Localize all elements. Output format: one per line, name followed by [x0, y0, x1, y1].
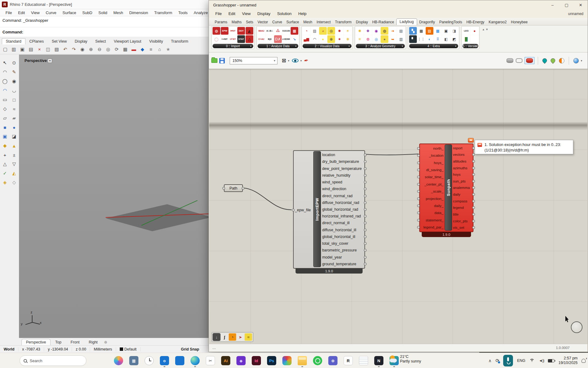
toolbar-tab-visibility[interactable]: Visibility [145, 38, 167, 44]
panel-input-nub[interactable] [222, 187, 225, 190]
rhino-side-tool-icon[interactable]: ▰ [10, 114, 18, 122]
taskbar-clock[interactable]: 2:57 pm 19/10/2025 [558, 356, 578, 365]
output-direct-normal-rad[interactable]: direct_normal_rad [322, 192, 364, 199]
menu-item-solid[interactable]: Solid [95, 10, 110, 15]
output-global-horizontal-rad[interactable]: global_horizontal_rad [322, 206, 364, 213]
ladybug-tool-icon[interactable]: ◧ [442, 35, 450, 43]
output-model-year[interactable]: model_year [322, 254, 364, 261]
output-nub[interactable] [364, 263, 367, 265]
ladybug-tool-icon[interactable]: ● [471, 27, 478, 35]
rhino-tool-icon[interactable]: ▣ [18, 45, 26, 53]
file-explorer-icon[interactable] [298, 356, 307, 365]
tab-sets[interactable]: Sets [244, 19, 255, 25]
chevron-down-icon[interactable]: ▾ [402, 45, 403, 48]
input-statement[interactable]: statement_ [420, 217, 444, 224]
chevron-down-icon[interactable]: ▾ [349, 45, 350, 48]
ladybug-tool-icon[interactable]: ✹ [336, 27, 343, 35]
rhino-side-tool-icon[interactable]: ± [10, 151, 18, 159]
ladybug-tool-icon[interactable]: ✳ [356, 35, 364, 43]
copilot-icon[interactable] [114, 356, 123, 365]
ladybug-tool-icon[interactable]: EPW [221, 27, 228, 35]
display-sphere-icon[interactable] [573, 58, 579, 63]
output-nub[interactable] [472, 220, 475, 222]
toolbar-overflow-arrows[interactable]: ▲ ▼ [482, 26, 488, 31]
ladybug-tool-icon[interactable]: ▘ [409, 35, 417, 43]
rhino-tool-icon[interactable]: ⟳ [113, 45, 121, 53]
snipping-tool-icon[interactable]: ✂ [206, 356, 215, 365]
ladybug-tool-icon[interactable]: C+A2 [258, 35, 265, 43]
output-vis-set[interactable]: vis_set [453, 224, 473, 231]
menu-item-dimension[interactable]: Dimension [126, 10, 151, 15]
rhino-side-tool-icon[interactable]: □ [10, 96, 18, 104]
output-title[interactable]: title [453, 211, 473, 218]
microphone-button[interactable] [503, 355, 513, 366]
rhino-side-tool-icon[interactable]: ■ [1, 123, 9, 131]
ladybug-tool-icon[interactable]: ▤ [397, 27, 405, 35]
rhino-tool-icon[interactable]: ▤ [27, 45, 35, 53]
output-nub[interactable] [364, 174, 367, 177]
output-nub[interactable] [364, 235, 367, 238]
output-dew-point-temperature[interactable]: dew_point_temperature [322, 165, 364, 172]
menu-item-help[interactable]: Help [295, 11, 310, 16]
tab-honeybee[interactable]: Honeybee [509, 19, 530, 25]
output-hoys[interactable]: hoys [453, 171, 473, 178]
toolbar-group-label[interactable]: 1 :: Analyze Data▾ [258, 44, 298, 48]
open-file-icon[interactable] [211, 58, 217, 63]
pin-teal-icon[interactable] [541, 57, 548, 64]
menu-item-transform[interactable]: Transform [151, 10, 175, 15]
input-north[interactable]: north_ [420, 145, 444, 152]
output-nub[interactable] [472, 206, 475, 209]
tab-intersect[interactable]: Intersect [315, 19, 333, 25]
preview-eye-icon[interactable] [292, 59, 299, 63]
indesign-icon[interactable]: Id [252, 356, 261, 365]
rhino-side-tool-icon[interactable]: ↖ [1, 59, 9, 67]
chevron-down-icon[interactable]: ▾ [581, 59, 582, 62]
ladybug-tool-icon[interactable]: ▦ [291, 27, 298, 35]
output-nub[interactable] [472, 193, 475, 196]
microsoft-store-icon[interactable] [175, 356, 184, 365]
rhino-side-tool-icon[interactable]: ◆ [1, 142, 9, 150]
ladybug-tool-icon[interactable]: ✿ [364, 35, 372, 43]
output-altitudes[interactable]: altitudes [453, 158, 473, 165]
menu-item-surface[interactable]: Surface [59, 10, 79, 15]
language-indicator[interactable]: ENG [517, 358, 525, 363]
ladybug-tool-icon[interactable]: △ [246, 35, 253, 43]
output-wind-speed[interactable]: wind_speed [322, 179, 364, 186]
rhino-tool-icon[interactable]: ★ [164, 45, 172, 53]
illustrator-icon[interactable]: Ai [221, 356, 230, 365]
ladybug-tool-icon[interactable]: ➔ [389, 27, 397, 35]
output-nub[interactable] [364, 228, 367, 231]
ladybug-tool-icon[interactable]: ▨ [311, 27, 318, 35]
toolbar-group-label[interactable]: 2 :: Visualize Data▾ [303, 44, 352, 48]
calculator-icon[interactable]: ▦ [129, 356, 138, 365]
sunpath-name-bar[interactable]: Sunpath [445, 144, 452, 231]
viewport-tab-top[interactable]: Top [51, 339, 66, 345]
rhino-side-tool-icon[interactable]: ≈ [10, 105, 18, 113]
ladybug-tool-icon[interactable]: ✷ [336, 35, 343, 43]
input-nub[interactable] [417, 161, 420, 164]
output-nub[interactable] [364, 242, 367, 245]
input-nub[interactable] [417, 197, 420, 200]
output-nub[interactable] [364, 249, 367, 252]
input-nub[interactable] [417, 212, 420, 214]
output-legend[interactable]: legend [453, 205, 473, 211]
rhino-side-tool-icon[interactable]: ◇ [1, 105, 9, 113]
tab-transform[interactable]: Transform [333, 19, 354, 25]
ladybug-tool-icon[interactable]: LEG [462, 27, 470, 35]
ladybug-tool-icon[interactable]: ◩ [450, 35, 458, 43]
ladybug-tool-icon[interactable]: ◍ [381, 27, 388, 35]
rhino-side-tool-icon[interactable]: ▭ [1, 96, 9, 104]
rhino-tool-icon[interactable]: ◆ [138, 45, 146, 53]
ladybug-tool-icon[interactable]: ◭ [246, 27, 253, 35]
profiler-widget[interactable]: ↓ [213, 333, 220, 341]
notification-bell-icon[interactable] [582, 359, 586, 363]
input-daily[interactable]: daily_ [420, 202, 444, 209]
ladybug-tool-icon[interactable]: A∴B∴ [266, 27, 273, 35]
tab-display[interactable]: Display [354, 19, 370, 25]
ladybug-tool-icon[interactable]: STAT [237, 35, 245, 43]
ladybug-tool-icon[interactable]: ◍ [213, 27, 220, 35]
menu-item-file[interactable]: File [2, 10, 15, 15]
importepw-input[interactable]: _epw_file [295, 207, 311, 213]
wireframe-preview-icon[interactable] [516, 58, 522, 63]
input-nub[interactable] [417, 176, 420, 178]
